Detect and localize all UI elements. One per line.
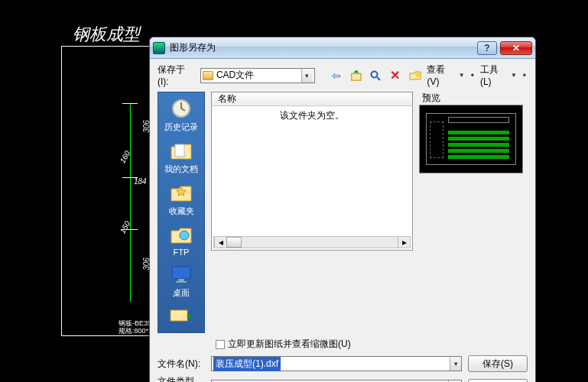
save-button[interactable]: 保存(S) [468,355,528,372]
save-in-label: 保存于(I): [158,63,196,87]
search-icon[interactable] [368,68,383,83]
tools-menu[interactable]: 工具(L)▼ [480,63,517,87]
dialog-titlebar[interactable]: 图形另存为 ? ✕ [150,37,535,59]
up-button[interactable] [349,68,364,83]
svg-rect-5 [172,267,190,279]
svg-rect-6 [178,279,184,281]
svg-rect-3 [175,144,184,157]
preview-label: 预览 [422,92,528,105]
view-menu[interactable]: 查看(V)▼ [427,63,464,87]
filetype-combo[interactable]: AutoCAD 2007 DXF (*.dxf) [211,380,462,383]
new-folder-icon[interactable] [408,68,423,83]
list-header-name[interactable]: 名称 [212,92,412,106]
help-button[interactable]: ? [477,41,497,55]
back-button[interactable]: ⇦ [329,68,344,83]
place-favorites[interactable]: 收藏夹 [160,181,203,217]
preview-thumbnail [419,105,523,173]
horizontal-scrollbar[interactable]: ◂ ▸ [213,236,411,248]
separator: • [469,70,476,81]
cad-drawing-title: 钢板成型 [73,23,140,46]
filename-input[interactable]: 装压成型(1).dxf [211,356,462,371]
chevron-down-icon[interactable] [450,357,461,371]
app-icon [153,42,165,54]
scroll-left-icon[interactable]: ◂ [214,237,226,248]
list-empty-message: 该文件夹为空。 [212,109,412,122]
filetype-label: 文件类型(T): [158,375,205,382]
update-thumb-label: 立即更新图纸并查看缩微图(U) [228,338,351,351]
svg-point-4 [180,231,189,240]
place-mydocs[interactable]: 我的文档 [160,139,203,175]
save-in-combo[interactable]: CAD文件 [200,68,315,83]
close-button[interactable]: ✕ [500,41,532,55]
svg-rect-7 [176,281,187,283]
folder-icon [203,71,213,80]
scroll-right-icon[interactable]: ▸ [398,237,410,248]
update-thumb-checkbox[interactable] [216,340,225,349]
filename-label: 文件名(N): [158,358,205,371]
separator: • [521,70,528,81]
chevron-down-icon[interactable] [301,69,313,83]
places-bar: 历史记录 我的文档 收藏夹 FTP 桌面 [158,92,205,333]
file-list[interactable]: 名称 该文件夹为空。 ◂ ▸ [211,92,413,251]
place-more[interactable] [160,305,203,328]
cancel-button[interactable]: 取消 [468,379,528,383]
place-ftp[interactable]: FTP [160,223,203,257]
delete-button[interactable]: ✕ [388,68,403,83]
svg-rect-8 [171,310,187,321]
place-history[interactable]: 历史记录 [160,97,203,133]
place-desktop[interactable]: 桌面 [160,263,203,299]
save-in-value: CAD文件 [216,69,301,82]
filename-value: 装压成型(1).dxf [213,357,281,371]
svg-line-1 [377,77,380,80]
save-as-dialog: 图形另存为 ? ✕ 保存于(I): CAD文件 ⇦ ✕ [149,37,536,382]
dim-184: 184 [134,177,147,186]
dialog-title: 图形另存为 [170,41,477,54]
scroll-thumb[interactable] [226,237,242,248]
svg-point-0 [372,71,378,77]
